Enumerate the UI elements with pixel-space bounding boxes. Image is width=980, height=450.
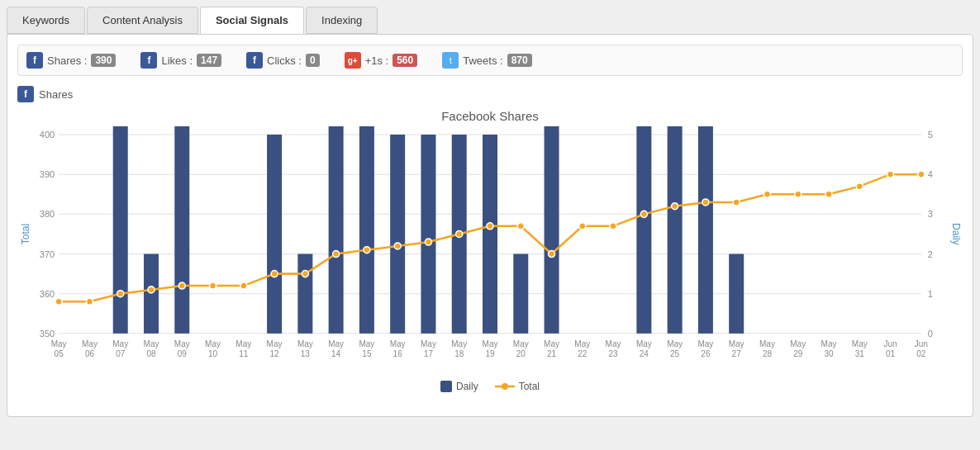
main-panel: f Shares : 390 f Likes : 147 f Clicks : …	[7, 34, 973, 417]
svg-text:May: May	[852, 339, 868, 348]
chart-section-label: Shares	[39, 88, 73, 101]
chart-wrapper: Facebook Shares 350360370380390400012345…	[17, 109, 963, 406]
tab-social-signals[interactable]: Social Signals	[200, 7, 304, 34]
svg-point-65	[918, 171, 925, 178]
svg-point-61	[795, 191, 802, 197]
svg-text:May: May	[729, 339, 745, 348]
svg-text:5: 5	[928, 130, 933, 140]
svg-rect-33	[636, 126, 651, 334]
svg-text:22: 22	[578, 349, 588, 358]
legend-daily: Daily	[440, 381, 478, 392]
stat-likes-label: Likes :	[161, 54, 193, 67]
svg-text:May: May	[267, 339, 283, 348]
svg-text:02: 02	[916, 349, 926, 358]
svg-text:01: 01	[886, 349, 896, 358]
svg-text:4: 4	[928, 169, 933, 179]
svg-text:31: 31	[855, 349, 865, 358]
svg-text:May: May	[297, 339, 313, 348]
svg-text:May: May	[205, 339, 221, 348]
svg-text:0: 0	[928, 329, 933, 339]
svg-text:16: 16	[393, 349, 403, 358]
svg-text:May: May	[759, 339, 775, 348]
svg-text:14: 14	[331, 349, 341, 358]
svg-text:400: 400	[40, 130, 55, 140]
tab-keywords[interactable]: Keywords	[7, 7, 85, 34]
svg-rect-27	[390, 135, 405, 334]
legend-daily-label: Daily	[456, 381, 478, 392]
svg-point-44	[271, 271, 278, 277]
svg-point-49	[425, 239, 431, 245]
svg-rect-30	[483, 135, 497, 334]
tab-indexing[interactable]: Indexing	[306, 7, 378, 34]
svg-point-58	[702, 199, 709, 206]
svg-rect-35	[698, 126, 713, 334]
svg-text:26: 26	[701, 349, 711, 358]
svg-text:May: May	[574, 339, 590, 348]
svg-point-51	[487, 223, 493, 230]
svg-rect-22	[174, 126, 189, 334]
svg-text:360: 360	[40, 289, 55, 299]
facebook-icon-likes: f	[140, 52, 157, 69]
svg-point-45	[302, 271, 308, 277]
legend-total-label: Total	[519, 381, 540, 392]
svg-text:May: May	[235, 339, 251, 348]
svg-point-53	[549, 251, 555, 258]
svg-text:May: May	[821, 339, 837, 348]
svg-text:May: May	[359, 339, 374, 348]
svg-text:Jun: Jun	[915, 339, 928, 348]
stat-shares-label: Shares :	[47, 54, 87, 67]
svg-rect-28	[421, 135, 435, 334]
svg-point-125	[502, 383, 508, 390]
tab-content-analysis[interactable]: Content Analysis	[87, 7, 198, 34]
svg-point-46	[333, 251, 340, 258]
svg-text:May: May	[144, 339, 159, 348]
svg-text:May: May	[636, 339, 652, 348]
svg-point-43	[240, 282, 247, 289]
svg-point-38	[86, 298, 93, 305]
svg-text:May: May	[328, 339, 344, 348]
svg-text:12: 12	[270, 349, 280, 358]
stats-bar: f Shares : 390 f Likes : 147 f Clicks : …	[17, 45, 963, 76]
svg-rect-21	[144, 254, 159, 334]
svg-text:13: 13	[301, 349, 311, 358]
svg-text:18: 18	[454, 349, 464, 358]
svg-text:28: 28	[763, 349, 773, 358]
main-container: Keywords Content Analysis Social Signals…	[0, 0, 980, 424]
stat-tweets-label: Tweets :	[463, 54, 502, 67]
svg-text:10: 10	[208, 349, 218, 358]
chart-section-header: f Shares	[17, 86, 963, 102]
svg-text:May: May	[390, 339, 406, 348]
stat-clicks-label: Clicks :	[267, 54, 302, 67]
stat-likes: f Likes : 147	[140, 52, 221, 69]
svg-text:23: 23	[609, 349, 619, 358]
svg-text:27: 27	[732, 349, 742, 358]
svg-rect-32	[545, 126, 559, 334]
svg-point-37	[55, 298, 62, 305]
svg-rect-26	[359, 126, 374, 334]
svg-text:09: 09	[178, 349, 188, 358]
twitter-icon: t	[442, 52, 459, 69]
svg-text:May: May	[51, 339, 67, 348]
stat-clicks: f Clicks : 0	[246, 52, 320, 69]
stat-tweets-value: 870	[507, 54, 532, 67]
svg-text:25: 25	[670, 349, 680, 358]
facebook-icon-clicks: f	[246, 52, 263, 69]
svg-text:May: May	[451, 339, 467, 348]
svg-text:30: 30	[824, 349, 834, 358]
svg-text:380: 380	[40, 209, 55, 219]
svg-rect-36	[729, 254, 744, 334]
stat-clicks-value: 0	[306, 54, 320, 67]
stat-shares-value: 390	[91, 54, 116, 67]
svg-point-62	[825, 191, 832, 197]
svg-text:370: 370	[40, 249, 55, 259]
tab-bar: Keywords Content Analysis Social Signals…	[7, 7, 973, 34]
svg-text:20: 20	[516, 349, 526, 358]
svg-rect-31	[513, 254, 528, 334]
svg-text:21: 21	[547, 349, 557, 358]
svg-text:17: 17	[424, 349, 434, 358]
gplus-icon: g+	[345, 52, 361, 69]
svg-text:3: 3	[928, 209, 933, 219]
svg-text:06: 06	[85, 349, 95, 358]
svg-text:Total: Total	[20, 224, 31, 244]
svg-text:2: 2	[928, 249, 933, 259]
